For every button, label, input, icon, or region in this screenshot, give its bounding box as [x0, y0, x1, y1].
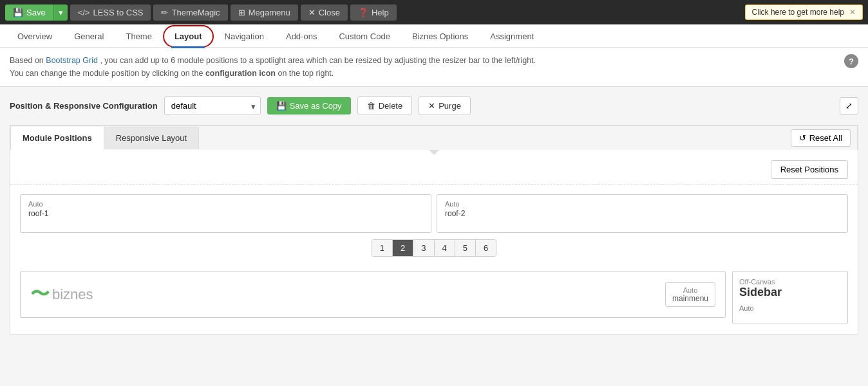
thememagic-button[interactable]: ✏ ThemeMagic	[153, 5, 227, 21]
reset-positions-row: Reset Positions	[10, 155, 858, 185]
main-content: Position & Responsive Configuration defa…	[0, 87, 868, 344]
offcanvas-auto-label: Auto	[739, 304, 841, 312]
roof-row: Auto roof-1 Auto roof-2	[20, 194, 848, 233]
col-btn-2[interactable]: 2	[393, 240, 413, 256]
roof-2-box: Auto roof-2	[437, 194, 848, 233]
expand-icon: ⤢	[845, 101, 853, 111]
tab-theme[interactable]: Theme	[115, 24, 162, 48]
chevron-down-icon: ▾	[59, 8, 63, 17]
undo-icon: ↺	[799, 133, 806, 143]
expand-button[interactable]: ⤢	[840, 97, 858, 115]
help-notice-close[interactable]: ✕	[849, 8, 856, 17]
close-button[interactable]: ✕ Close	[301, 5, 348, 21]
help-notice: Click here to get more help ✕	[745, 5, 863, 20]
biznes-logo: 〜 biznes	[30, 281, 93, 308]
inner-tab-actions: ↺ Reset All	[784, 126, 857, 150]
megamenu-button[interactable]: ⊞ Megamenu	[231, 5, 298, 21]
offcanvas-title: Sidebar	[739, 286, 841, 299]
help-icon: ❓	[358, 8, 368, 17]
save-icon: 💾	[13, 8, 23, 17]
mainmenu-auto-label: Auto	[672, 286, 708, 294]
reset-positions-button[interactable]: Reset Positions	[771, 160, 848, 179]
purge-button[interactable]: ✕ Purge	[419, 96, 471, 115]
position-config-label: Position & Responsive Configuration	[10, 101, 158, 111]
roof-1-auto-label: Auto	[28, 200, 423, 208]
biznes-logo-icon: 〜	[30, 281, 50, 308]
offcanvas-label: Off-Canvas	[739, 278, 841, 286]
delete-button[interactable]: 🗑 Delete	[357, 96, 413, 115]
bottom-main: 〜 biznes Auto mainmenu	[20, 271, 726, 324]
save-button[interactable]: 💾 Save	[5, 5, 53, 21]
tab-overview[interactable]: Overview	[6, 24, 63, 48]
layout-area: Module Positions Responsive Layout ↺ Res…	[10, 125, 858, 335]
profile-select-wrapper: default ▾	[164, 96, 261, 115]
roof-2-name: roof-2	[445, 209, 840, 218]
tab-biznes-options[interactable]: Biznes Options	[401, 24, 479, 48]
tab-navigation[interactable]: Navigation	[214, 24, 275, 48]
tab-general[interactable]: General	[63, 24, 115, 48]
mainmenu-label: mainmenu	[672, 294, 708, 303]
offcanvas-sidebar: Off-Canvas Sidebar Auto	[732, 271, 848, 324]
tab-layout[interactable]: Layout	[163, 25, 214, 48]
mainmenu-box: Auto mainmenu	[665, 282, 715, 307]
save-dropdown-button[interactable]: ▾	[53, 5, 68, 21]
tab-module-positions[interactable]: Module Positions	[11, 127, 104, 150]
code-icon: </>	[78, 8, 90, 17]
toolbar: 💾 Save ▾ </> LESS to CSS ✏ ThemeMagic ⊞ …	[0, 0, 868, 24]
col-btn-1[interactable]: 1	[372, 240, 393, 256]
roof-2-auto-label: Auto	[445, 200, 840, 208]
tab-indicator	[429, 150, 439, 155]
col-btn-3[interactable]: 3	[413, 240, 434, 256]
columns-selector: 1 2 3 4 5 6	[372, 239, 496, 257]
roof-1-name: roof-1	[28, 209, 423, 218]
less-to-css-button[interactable]: </> LESS to CSS	[70, 5, 151, 21]
purge-icon: ✕	[428, 101, 435, 111]
col-btn-4[interactable]: 4	[435, 240, 455, 256]
biznes-area: 〜 biznes Auto mainmenu	[20, 271, 726, 318]
profile-select[interactable]: default	[164, 96, 261, 115]
reset-all-button[interactable]: ↺ Reset All	[791, 129, 851, 147]
delete-icon: 🗑	[367, 101, 375, 111]
tab-responsive-layout[interactable]: Responsive Layout	[104, 127, 200, 149]
save-button-group: 💾 Save ▾	[5, 5, 68, 21]
bottom-section: 〜 biznes Auto mainmenu Off-Canvas Sideba…	[20, 271, 848, 324]
save-as-copy-button[interactable]: 💾 Save as Copy	[267, 97, 351, 115]
info-bar: Based on Bootstrap Grid , you can add up…	[0, 48, 868, 87]
close-icon: ✕	[308, 8, 316, 17]
tab-addons[interactable]: Add-ons	[275, 24, 328, 48]
tab-custom-code[interactable]: Custom Code	[328, 24, 401, 48]
col-btn-5[interactable]: 5	[455, 240, 476, 256]
help-circle-icon[interactable]: ?	[844, 54, 858, 68]
tab-assignment[interactable]: Assignment	[479, 24, 545, 48]
copy-icon: 💾	[276, 101, 287, 111]
inner-tabs: Module Positions Responsive Layout ↺ Res…	[10, 125, 858, 150]
info-text: Based on Bootstrap Grid , you can add up…	[10, 54, 838, 80]
magic-icon: ✏	[161, 8, 168, 17]
position-config-row: Position & Responsive Configuration defa…	[10, 96, 858, 115]
bootstrap-grid-link[interactable]: Bootstrap Grid	[46, 56, 98, 65]
biznes-logo-text: biznes	[52, 286, 93, 303]
nav-tabs: Overview General Theme Layout Navigation…	[0, 24, 868, 48]
megamenu-icon: ⊞	[238, 8, 245, 17]
help-button[interactable]: ❓ Help	[350, 5, 397, 21]
roof-1-box: Auto roof-1	[20, 194, 431, 233]
col-btn-6[interactable]: 6	[476, 240, 496, 256]
module-grid: Auto roof-1 Auto roof-2 1 2 3 4 5 6	[10, 185, 858, 334]
